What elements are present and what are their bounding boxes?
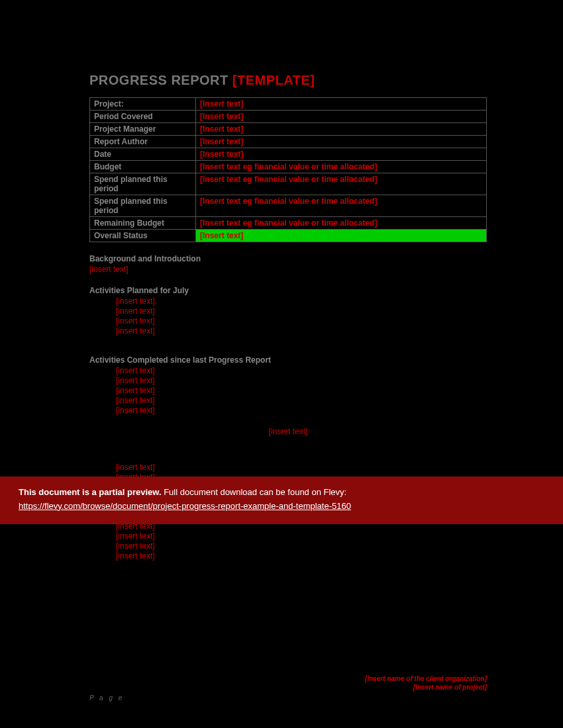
meta-value: [Insert text]	[196, 136, 487, 148]
footer-page-label: P a g e	[89, 694, 487, 702]
footer-project: [Insert name of project]	[89, 683, 487, 692]
page-footer: [Insert name of the client organization]…	[89, 674, 487, 702]
meta-row: Overall Status[Insert text]	[90, 230, 487, 242]
meta-label: Period Covered	[90, 111, 196, 123]
placeholder-line: [insert text]	[116, 376, 487, 385]
metadata-table: Project:[Insert text]Period Covered[Inse…	[89, 97, 487, 242]
meta-label: Spend planned this period	[90, 195, 196, 217]
document-title: PROGRESS REPORT [TEMPLATE]	[89, 73, 487, 88]
placeholder-line: [insert text].	[116, 296, 487, 306]
footer-client: [Insert name of the client organization]	[89, 674, 487, 683]
preview-banner: This document is a partial preview. Full…	[0, 477, 563, 524]
placeholder-line: [insert text]	[116, 406, 487, 415]
meta-value: [Insert text]	[196, 111, 487, 123]
section-background-heading: Background and Introduction	[89, 254, 487, 263]
meta-row: Spend planned this period[Insert text eg…	[90, 173, 487, 195]
meta-row: Date[Insert text]	[90, 148, 487, 161]
placeholder-line: [insert text]	[116, 306, 487, 316]
meta-row: Project:[Insert text]	[90, 98, 487, 111]
placeholder-line: [insert text]	[116, 396, 487, 405]
placeholder-line: [insert text]	[116, 326, 487, 336]
meta-row: Remaining Budget[Insert text eg financia…	[90, 217, 487, 230]
meta-label: Remaining Budget	[90, 217, 196, 230]
placeholder-line: [insert text]	[89, 265, 487, 274]
centered-placeholder: [insert text]	[89, 427, 487, 436]
meta-value: [Insert text eg financial value or time …	[196, 161, 487, 173]
placeholder-line: [insert text]	[116, 316, 487, 326]
meta-label: Budget	[90, 161, 196, 173]
placeholder-line: [insert text]	[116, 463, 487, 472]
meta-row: Project Manager[Insert text]	[90, 123, 487, 136]
meta-row: Spend planned this period[Insert text eg…	[90, 195, 487, 217]
section-planned-heading: Activities Planned for July	[89, 286, 487, 295]
title-suffix: [TEMPLATE]	[232, 73, 315, 87]
meta-label: Report Author	[90, 136, 196, 148]
meta-row: Report Author[Insert text]	[90, 136, 487, 148]
meta-label: Project Manager	[90, 123, 196, 136]
meta-label: Project:	[90, 98, 196, 111]
banner-link[interactable]: https://flevy.com/browse/document/projec…	[19, 501, 351, 511]
meta-label: Overall Status	[90, 230, 196, 242]
placeholder-line: [insert text]	[116, 366, 487, 375]
meta-value: [Insert text]	[196, 98, 487, 111]
meta-value: [Insert text]	[196, 230, 487, 242]
placeholder-line: [insert text]	[116, 541, 487, 551]
meta-value: [Insert text eg financial value or time …	[196, 195, 487, 217]
title-main: PROGRESS REPORT	[89, 73, 232, 87]
meta-value: [Insert text]	[196, 123, 487, 136]
banner-bold: This document is a partial preview.	[19, 487, 162, 497]
meta-value: [Insert text]	[196, 148, 487, 161]
meta-value: [Insert text eg financial value or time …	[196, 217, 487, 230]
meta-row: Period Covered[Insert text]	[90, 111, 487, 123]
placeholder-line: [insert text]	[116, 386, 487, 395]
banner-rest: Full document download can be found on F…	[162, 487, 347, 497]
meta-value: [Insert text eg financial value or time …	[196, 173, 487, 195]
meta-label: Spend planned this period	[90, 173, 196, 195]
placeholder-line: [insert text]	[116, 551, 487, 561]
meta-row: Budget[Insert text eg financial value or…	[90, 161, 487, 173]
section-completed-heading: Activities Completed since last Progress…	[89, 355, 487, 365]
meta-label: Date	[90, 148, 196, 161]
placeholder-line: [insert text]	[116, 531, 487, 541]
